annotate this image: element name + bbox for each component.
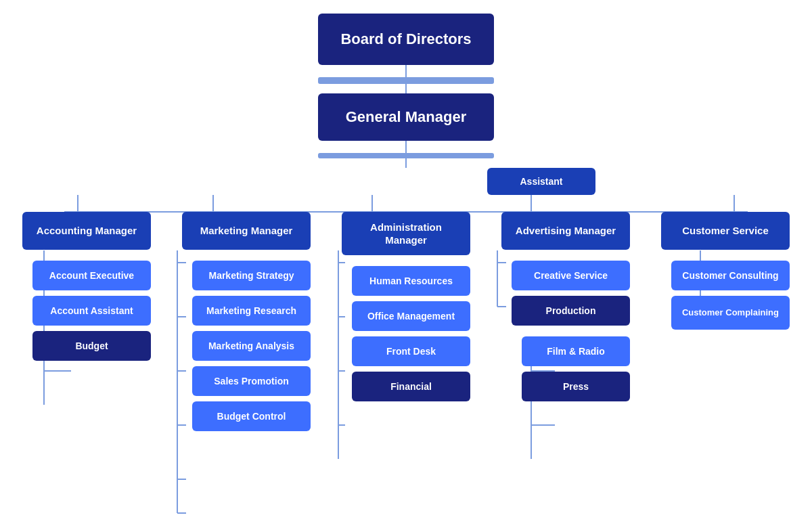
assistant-node: Assistant	[487, 168, 595, 195]
assistant-area: Assistant	[14, 168, 798, 195]
creative-service-node: Creative Service	[512, 261, 630, 290]
customer-complaining-node: Customer Complaining	[671, 296, 790, 330]
marketing-research-node: Marketing Research	[192, 296, 311, 326]
advertising-manager-node: Advertising Manager	[501, 212, 630, 250]
production-children: Film & Radio Press	[501, 331, 630, 401]
accounting-manager-node: Accounting Manager	[22, 212, 151, 250]
customer-service-node: Customer Service	[661, 212, 790, 250]
general-node: General Manager	[318, 93, 494, 141]
top-section: Board of Directors General Manager Assis…	[7, 14, 805, 195]
advertising-children: Creative Service Production Film & Radio…	[495, 255, 637, 401]
accounting-branch: Accounting Manager Account Executive Acc…	[16, 195, 158, 361]
v-connector-4	[405, 158, 407, 168]
marketing-strategy-node: Marketing Strategy	[192, 261, 311, 290]
org-chart: Board of Directors General Manager Assis…	[0, 0, 812, 445]
account-executive-node: Account Executive	[32, 261, 151, 290]
press-node: Press	[522, 372, 630, 401]
administration-children: Human Resources Office Management Front …	[335, 261, 477, 401]
customer-service-children: Customer Consulting Customer Complaining	[654, 255, 796, 330]
board-node: Board of Directors	[318, 14, 494, 65]
board-row: Board of Directors	[318, 14, 494, 65]
front-desk-node: Front Desk	[352, 336, 470, 366]
v-connector-2	[405, 84, 407, 93]
administration-branch: Administration Manager Human Resources O…	[335, 195, 477, 401]
marketing-manager-node: Marketing Manager	[182, 212, 311, 250]
v-connector-1	[405, 65, 407, 77]
v-connector-3	[405, 141, 407, 153]
advertising-branch: Advertising Manager Creative Service Pro…	[495, 195, 637, 401]
account-assistant-node: Account Assistant	[32, 296, 151, 326]
film-radio-node: Film & Radio	[522, 336, 630, 366]
human-resources-node: Human Resources	[352, 266, 470, 296]
marketing-children: Marketing Strategy Marketing Research Ma…	[175, 255, 317, 431]
manager-columns: Accounting Manager Account Executive Acc…	[7, 195, 805, 431]
office-management-node: Office Management	[352, 301, 470, 331]
production-group: Production Film & Radio Press	[495, 290, 630, 401]
ribbon-2	[318, 153, 494, 158]
sales-promotion-node: Sales Promotion	[192, 366, 311, 396]
accounting-children: Account Executive Account Assistant Budg…	[16, 255, 158, 361]
ribbon-1	[318, 77, 494, 84]
assistant-row: Assistant	[487, 168, 595, 195]
customer-consulting-node: Customer Consulting	[671, 261, 790, 290]
assistant-branch: Assistant	[487, 168, 595, 195]
customer-service-branch: Customer Service Customer Consulting Cus…	[654, 195, 796, 330]
general-row: General Manager	[318, 93, 494, 141]
production-node: Production	[512, 296, 630, 326]
budget-node: Budget	[32, 331, 151, 361]
budget-control-node: Budget Control	[192, 401, 311, 431]
financial-node: Financial	[352, 372, 470, 401]
administration-manager-node: Administration Manager	[342, 212, 470, 255]
marketing-branch: Marketing Manager Marketing Strategy Mar…	[175, 195, 317, 431]
marketing-analysis-node: Marketing Analysis	[192, 331, 311, 361]
main-layout: Accounting Manager Account Executive Acc…	[7, 195, 805, 431]
